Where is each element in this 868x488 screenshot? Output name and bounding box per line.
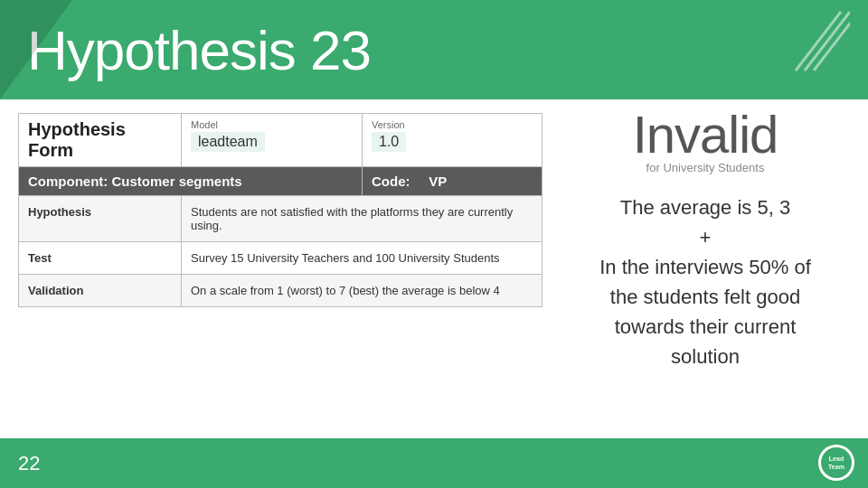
status-subtitle: for University Students xyxy=(646,161,765,174)
result-line5: towards their current xyxy=(615,315,797,338)
leadteam-logo: Lead Team xyxy=(818,445,854,481)
code-value: VP xyxy=(429,174,447,189)
code-cell: Code: VP xyxy=(363,167,542,196)
table-row: Test Survey 15 University Teachers and 1… xyxy=(19,242,542,275)
deco-lines-icon xyxy=(778,7,850,80)
svg-line-0 xyxy=(796,12,841,70)
svg-line-1 xyxy=(805,12,850,70)
table-row: Hypothesis Students are not satisfied wi… xyxy=(19,196,542,242)
svg-text:Lead: Lead xyxy=(829,455,844,462)
result-line6: solution xyxy=(671,345,740,368)
component-row: Component: Customer segments Code: VP xyxy=(19,167,542,196)
row-content-hypothesis: Students are not satisfied with the plat… xyxy=(182,196,542,242)
hypothesis-form-table: Hypothesis Form Model leadteam Version 1… xyxy=(18,113,542,307)
form-header-row: Hypothesis Form Model leadteam Version 1… xyxy=(19,114,542,167)
svg-text:Team: Team xyxy=(828,464,844,470)
code-label: Code: xyxy=(372,174,410,189)
header-bar: Hypothesis 23 xyxy=(0,0,868,99)
model-value: leadteam xyxy=(191,132,265,152)
result-line1: The average is 5, 3 xyxy=(620,196,790,219)
row-label-hypothesis: Hypothesis xyxy=(19,196,182,242)
result-line3: In the interviews 50% of xyxy=(599,256,811,278)
svg-point-3 xyxy=(821,447,852,478)
form-model-cell: Model leadteam xyxy=(182,114,363,167)
result-text: The average is 5, 3 + In the interviews … xyxy=(599,192,811,371)
status-title: Invalid xyxy=(633,108,778,161)
bottom-bar: 22 xyxy=(0,438,868,488)
right-panel: Invalid for University Students The aver… xyxy=(561,99,850,429)
row-label-test: Test xyxy=(19,242,182,275)
row-content-validation: On a scale from 1 (worst) to 7 (best) th… xyxy=(182,275,542,307)
row-label-validation: Validation xyxy=(19,275,182,307)
version-value: 1.0 xyxy=(372,132,406,152)
page-number: 22 xyxy=(18,452,40,475)
left-panel: Hypothesis Form Model leadteam Version 1… xyxy=(18,113,542,429)
result-line2: + xyxy=(700,226,712,249)
form-version-cell: Version 1.0 xyxy=(363,114,542,167)
row-content-test: Survey 15 University Teachers and 100 Un… xyxy=(182,242,542,275)
version-label: Version xyxy=(372,119,533,130)
table-row: Validation On a scale from 1 (worst) to … xyxy=(19,275,542,307)
component-label: Component: Customer segments xyxy=(19,167,363,196)
deco-triangle xyxy=(0,0,72,99)
model-label: Model xyxy=(191,119,353,130)
page-title: Hypothesis 23 xyxy=(27,18,371,82)
result-line4: the students felt good xyxy=(610,286,800,308)
form-title-cell: Hypothesis Form xyxy=(19,114,182,167)
form-title: Hypothesis Form xyxy=(28,119,126,160)
